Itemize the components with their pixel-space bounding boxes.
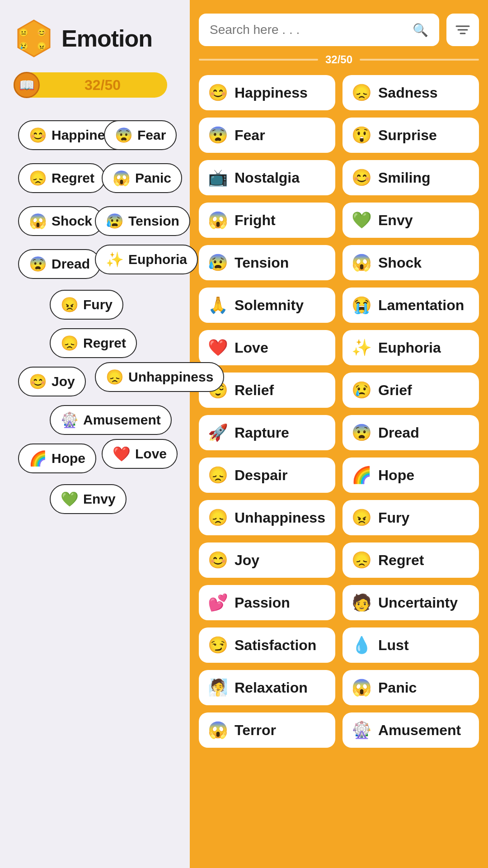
emotion-card-despair[interactable]: 😞 Despair bbox=[199, 458, 335, 493]
emotion-card-joy[interactable]: 😊 Joy bbox=[199, 542, 335, 578]
euphoria-label: Euphoria bbox=[128, 252, 187, 267]
emotion-card-passion[interactable]: 💕 Passion bbox=[199, 585, 335, 620]
word-chip-panic[interactable]: 😱 Panic bbox=[102, 163, 182, 193]
word-chip-fear[interactable]: 😨 Fear bbox=[104, 120, 177, 150]
regret2-emoji: 😞 bbox=[61, 335, 79, 352]
word-chip-regret[interactable]: 😞 Regret bbox=[18, 163, 105, 193]
word-chip-shock[interactable]: 😱 Shock bbox=[18, 206, 103, 236]
emotion-card-love[interactable]: ❤️ Love bbox=[199, 330, 335, 365]
panic-emoji: 😱 bbox=[113, 170, 131, 187]
emotion-card-solemnity[interactable]: 🙏 Solemnity bbox=[199, 288, 335, 323]
progress-line-right bbox=[360, 59, 479, 61]
emotion-card-unhappiness[interactable]: 😞 Unhappiness bbox=[199, 500, 335, 535]
progress-line-left bbox=[199, 59, 318, 61]
word-chip-tension[interactable]: 😰 Tension bbox=[95, 206, 190, 236]
emotion-label-tension: Tension bbox=[235, 255, 289, 271]
emotion-card-amusement[interactable]: 🎡 Amusement bbox=[343, 712, 479, 748]
word-chip-dread[interactable]: 😨 Dread bbox=[18, 249, 101, 279]
emotion-emoji-smiling: 😊 bbox=[352, 168, 372, 187]
emotion-label-fury: Fury bbox=[378, 509, 409, 526]
emotion-card-nostalgia[interactable]: 📺 Nostalgia bbox=[199, 160, 335, 195]
grid-scroll[interactable]: 😊 Happiness 😞 Sadness 😨 Fear 😲 Surprise … bbox=[199, 75, 479, 859]
search-field[interactable] bbox=[210, 23, 407, 37]
amusement-emoji: 🎡 bbox=[61, 411, 79, 429]
emotion-label-happiness: Happiness bbox=[235, 85, 308, 101]
emotion-label-rapture: Rapture bbox=[235, 425, 289, 441]
search-input-wrapper[interactable]: 🔍 bbox=[199, 14, 439, 46]
fear-emoji: 😨 bbox=[115, 127, 133, 144]
emotion-card-envy[interactable]: 💚 Envy bbox=[343, 203, 479, 238]
emotion-emoji-envy: 💚 bbox=[352, 211, 372, 230]
emotion-emoji-lust: 💧 bbox=[352, 636, 372, 655]
emotion-card-uncertainty[interactable]: 🧑 Uncertainty bbox=[343, 585, 479, 620]
emotion-label-grief: Grief bbox=[378, 382, 412, 399]
unhappiness-label: Unhappiness bbox=[128, 369, 213, 385]
emotion-card-smiling[interactable]: 😊 Smiling bbox=[343, 160, 479, 195]
emotion-card-hope[interactable]: 🌈 Hope bbox=[343, 458, 479, 493]
emotion-card-grief[interactable]: 😢 Grief bbox=[343, 373, 479, 408]
word-chip-unhappiness[interactable]: 😞 Unhappiness bbox=[95, 362, 224, 392]
fury-emoji: 😠 bbox=[61, 296, 79, 313]
emotion-card-sadness[interactable]: 😞 Sadness bbox=[343, 75, 479, 110]
envy-emoji: 💚 bbox=[61, 491, 79, 508]
emotion-card-relaxation[interactable]: 🧖 Relaxation bbox=[199, 670, 335, 705]
emotion-card-satisfaction[interactable]: 😏 Satisfaction bbox=[199, 627, 335, 663]
progress-count: 32/50 bbox=[325, 53, 352, 66]
word-chip-love[interactable]: ❤️ Love bbox=[102, 439, 178, 469]
regret-emoji: 😞 bbox=[29, 170, 47, 187]
emotion-emoji-solemnity: 🙏 bbox=[208, 296, 228, 315]
search-icon: 🔍 bbox=[413, 23, 428, 38]
filter-icon bbox=[455, 22, 471, 38]
fear-label: Fear bbox=[137, 127, 166, 143]
emotion-card-regret[interactable]: 😞 Regret bbox=[343, 542, 479, 578]
emotion-card-dread[interactable]: 😨 Dread bbox=[343, 415, 479, 450]
emotion-label-terror: Terror bbox=[235, 722, 276, 739]
word-chip-envy[interactable]: 💚 Envy bbox=[50, 484, 127, 514]
emotion-card-lamentation[interactable]: 😭 Lamentation bbox=[343, 288, 479, 323]
shock-emoji: 😱 bbox=[29, 212, 47, 230]
emotion-label-dread: Dread bbox=[378, 425, 419, 441]
emotion-emoji-fury: 😠 bbox=[352, 508, 372, 527]
word-chip-joy[interactable]: 😊 Joy bbox=[18, 367, 86, 396]
word-chip-regret2[interactable]: 😞 Regret bbox=[50, 328, 137, 358]
progress-text: 32/50 bbox=[40, 77, 165, 94]
svg-marker-0 bbox=[18, 20, 50, 57]
love-label: Love bbox=[135, 446, 167, 462]
word-chip-fury[interactable]: 😠 Fury bbox=[50, 290, 123, 320]
emotion-emoji-passion: 💕 bbox=[208, 593, 228, 612]
emotion-label-solemnity: Solemnity bbox=[235, 297, 304, 314]
emotion-emoji-lamentation: 😭 bbox=[352, 296, 372, 315]
envy-label: Envy bbox=[83, 491, 116, 507]
emotion-card-happiness[interactable]: 😊 Happiness bbox=[199, 75, 335, 110]
emotion-card-euphoria[interactable]: ✨ Euphoria bbox=[343, 330, 479, 365]
emotion-card-fright[interactable]: 😱 Fright bbox=[199, 203, 335, 238]
emotion-card-surprise[interactable]: 😲 Surprise bbox=[343, 118, 479, 153]
word-chip-euphoria[interactable]: ✨ Euphoria bbox=[95, 245, 198, 274]
emotion-card-tension[interactable]: 😰 Tension bbox=[199, 245, 335, 280]
emotion-emoji-relaxation: 🧖 bbox=[208, 678, 228, 697]
emotion-label-hope: Hope bbox=[378, 467, 414, 484]
progress-bar: 📖 32/50 bbox=[14, 72, 167, 98]
shock-label: Shock bbox=[52, 213, 92, 229]
emotion-emoji-love: ❤️ bbox=[208, 338, 228, 357]
emotion-card-panic[interactable]: 😱 Panic bbox=[343, 670, 479, 705]
emotion-card-terror[interactable]: 😱 Terror bbox=[199, 712, 335, 748]
emotion-label-fright: Fright bbox=[235, 212, 276, 229]
emotion-label-passion: Passion bbox=[235, 594, 290, 611]
word-chip-hope[interactable]: 🌈 Hope bbox=[18, 443, 96, 473]
emotion-label-despair: Despair bbox=[235, 467, 287, 484]
filter-button[interactable] bbox=[446, 14, 479, 46]
happiness-emoji: 😊 bbox=[29, 127, 47, 144]
emotion-emoji-regret: 😞 bbox=[352, 551, 372, 570]
emotion-emoji-fright: 😱 bbox=[208, 211, 228, 230]
emotion-card-shock[interactable]: 😱 Shock bbox=[343, 245, 479, 280]
emotion-card-rapture[interactable]: 🚀 Rapture bbox=[199, 415, 335, 450]
emotion-card-lust[interactable]: 💧 Lust bbox=[343, 627, 479, 663]
emotion-card-fear[interactable]: 😨 Fear bbox=[199, 118, 335, 153]
emotion-emoji-fear: 😨 bbox=[208, 126, 228, 145]
emotion-label-panic: Panic bbox=[378, 679, 417, 696]
emotion-card-fury[interactable]: 😠 Fury bbox=[343, 500, 479, 535]
word-chip-amusement[interactable]: 🎡 Amusement bbox=[50, 405, 172, 435]
emotion-emoji-panic: 😱 bbox=[352, 678, 372, 697]
emotion-label-envy: Envy bbox=[378, 212, 413, 229]
